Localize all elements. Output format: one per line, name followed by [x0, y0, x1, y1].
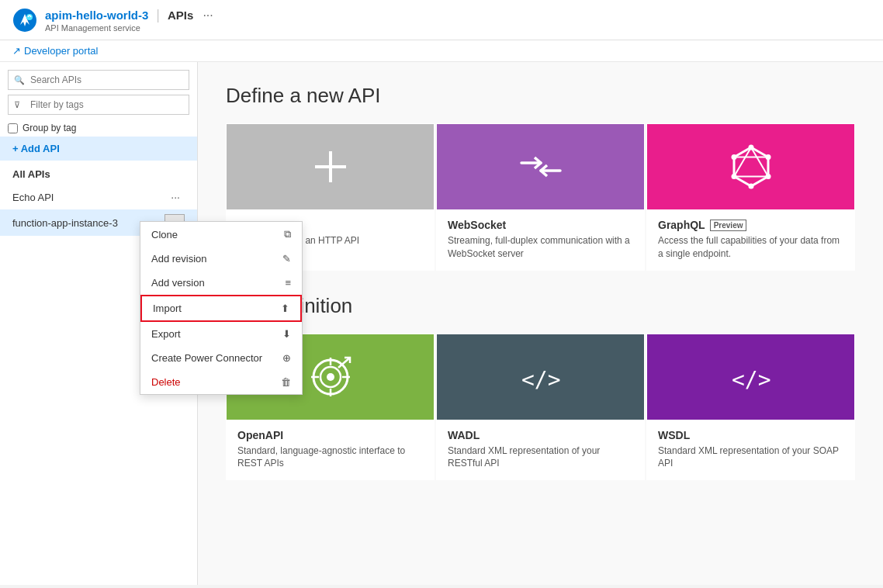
define-api-title: Define a new API — [226, 84, 855, 108]
api-item-echo-name: Echo API — [12, 192, 54, 203]
wadl-card-desc: Standard XML representation of your REST… — [448, 444, 633, 471]
svg-point-19 — [327, 373, 334, 381]
context-menu-add-revision[interactable]: Add revision ✎ — [140, 247, 302, 271]
search-apis-input[interactable] — [8, 70, 189, 90]
clone-label: Clone — [151, 229, 178, 240]
svg-text:</>: </> — [521, 367, 561, 393]
api-card-websocket[interactable]: WebSocket Streaming, full-duplex communi… — [436, 123, 645, 271]
api-card-graphql[interactable]: GraphQL Preview Access the full capabili… — [646, 123, 855, 271]
api-item-function-app-name: function-app-instance-3 — [12, 217, 118, 229]
api-card-wsdl[interactable]: </> WSDL Standard XML representation of … — [646, 334, 855, 481]
clone-icon: ⧉ — [284, 228, 291, 240]
openapi-card-title: OpenAPI — [237, 429, 423, 441]
wadl-card-title: WADL — [448, 429, 633, 441]
wadl-card-icon: </> — [437, 334, 644, 420]
svg-point-15 — [731, 174, 736, 179]
add-api-label: + Add API — [12, 143, 60, 154]
filter-tags-container: ⊽ — [8, 95, 189, 115]
websocket-card-body: WebSocket Streaming, full-duplex communi… — [437, 209, 644, 270]
graphql-card-icon — [647, 124, 854, 209]
dev-portal-bar: ↗ Developer portal — [0, 40, 883, 62]
openapi-card-desc: Standard, language-agnostic interface to… — [237, 444, 423, 471]
filter-icon: ⊽ — [14, 100, 20, 110]
api-card-wadl[interactable]: </> WADL Standard XML representation of … — [436, 334, 645, 481]
delete-label: Delete — [151, 376, 181, 388]
api-type-cards: HTTP Manually define an HTTP API WebSock… — [226, 123, 855, 271]
graphql-card-body: GraphQL Preview Access the full capabili… — [647, 209, 854, 270]
context-menu-import[interactable]: Import ⬆ — [140, 295, 302, 322]
context-menu-delete[interactable]: Delete 🗑 — [140, 370, 302, 394]
openapi-card-body: OpenAPI Standard, language-agnostic inte… — [227, 420, 434, 480]
svg-point-16 — [731, 154, 736, 160]
context-menu-add-version[interactable]: Add version ≡ — [140, 271, 302, 295]
wsdl-card-desc: Standard XML representation of your SOAP… — [658, 444, 843, 471]
page-name: APIs — [168, 9, 193, 22]
svg-text:</>: </> — [732, 367, 771, 393]
from-definition-title: from definition — [226, 294, 855, 318]
group-by-tag-label: Group by tag — [23, 123, 76, 133]
group-by-tag-container: Group by tag — [0, 119, 197, 137]
add-version-label: Add version — [151, 277, 205, 289]
export-label: Export — [151, 328, 181, 340]
service-type: API Management service — [45, 23, 213, 33]
header-separator: | — [156, 7, 160, 23]
import-icon: ⬆ — [281, 303, 289, 314]
group-by-tag-checkbox[interactable] — [8, 123, 18, 133]
header-title-area: apim-hello-world-3 | APIs ··· API Manage… — [45, 7, 213, 33]
add-revision-icon: ✎ — [282, 253, 291, 265]
sidebar: 🔍 ⊽ Group by tag + Add API All APIs Echo… — [0, 62, 198, 585]
preview-badge: Preview — [710, 220, 747, 231]
wsdl-card-icon: </> — [647, 334, 854, 420]
dev-portal-link[interactable]: ↗ Developer portal — [12, 45, 98, 57]
power-connector-icon: ⊕ — [282, 352, 291, 364]
delete-icon: 🗑 — [281, 376, 291, 388]
app-name: apim-hello-world-3 — [45, 9, 148, 22]
wsdl-card-body: WSDL Standard XML representation of your… — [647, 420, 854, 480]
definition-type-cards: OpenAPI Standard, language-agnostic inte… — [226, 334, 855, 481]
azure-icon — [12, 8, 37, 33]
svg-point-14 — [748, 184, 753, 189]
main-layout: 🔍 ⊽ Group by tag + Add API All APIs Echo… — [0, 62, 883, 585]
graphql-card-title: GraphQL Preview — [658, 219, 843, 231]
context-menu-power-connector[interactable]: Create Power Connector ⊕ — [140, 346, 302, 370]
external-link-icon: ↗ — [12, 45, 21, 57]
search-apis-container: 🔍 — [8, 70, 189, 90]
import-label: Import — [153, 303, 182, 314]
graphql-card-desc: Access the full capabilities of your dat… — [658, 234, 843, 261]
websocket-card-title: WebSocket — [448, 219, 633, 231]
http-card-icon — [227, 124, 434, 209]
header: apim-hello-world-3 | APIs ··· API Manage… — [0, 0, 883, 40]
wadl-card-body: WADL Standard XML representation of your… — [437, 420, 644, 480]
api-item-echo-more[interactable]: ··· — [166, 189, 185, 205]
context-menu-clone[interactable]: Clone ⧉ — [140, 222, 302, 247]
context-menu-export[interactable]: Export ⬇ — [140, 322, 302, 346]
context-menu: Clone ⧉ Add revision ✎ Add version ≡ Imp… — [140, 221, 303, 395]
add-api-button[interactable]: + Add API — [0, 137, 197, 161]
add-version-icon: ≡ — [285, 277, 291, 289]
all-apis-label: All APIs — [0, 164, 197, 185]
websocket-card-icon — [437, 124, 644, 209]
svg-point-11 — [748, 145, 753, 150]
websocket-card-desc: Streaming, full-duplex communication wit… — [448, 234, 633, 261]
svg-point-12 — [765, 154, 770, 160]
svg-point-13 — [765, 174, 770, 179]
header-more-button[interactable]: ··· — [203, 9, 213, 22]
search-icon: 🔍 — [14, 75, 25, 85]
wsdl-card-title: WSDL — [658, 429, 843, 441]
power-connector-label: Create Power Connector — [151, 352, 262, 364]
api-item-echo[interactable]: Echo API ··· — [0, 185, 197, 209]
add-revision-label: Add revision — [151, 253, 207, 265]
export-icon: ⬇ — [282, 328, 291, 340]
svg-point-1 — [26, 14, 33, 20]
filter-by-tags-input[interactable] — [8, 95, 189, 115]
